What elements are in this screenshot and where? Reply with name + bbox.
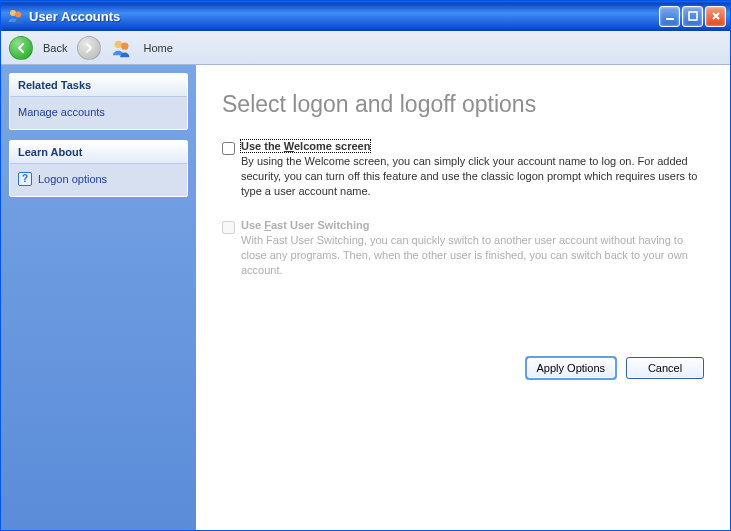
page-title: Select logon and logoff options [222, 91, 704, 118]
window-title: User Accounts [29, 9, 659, 24]
welcome-screen-checkbox[interactable] [222, 142, 235, 155]
sidebar: Related Tasks Manage accounts Learn Abou… [1, 65, 196, 530]
svg-point-0 [10, 10, 16, 16]
users-icon [7, 7, 25, 25]
toolbar: Back Home [1, 31, 730, 65]
svg-rect-3 [689, 12, 697, 20]
forward-button [77, 36, 101, 60]
option-fast-user-switching: Use Fast User Switching With Fast User S… [222, 219, 704, 278]
related-tasks-header: Related Tasks [10, 74, 187, 97]
close-button[interactable] [705, 6, 726, 27]
back-label: Back [43, 42, 67, 54]
learn-about-header: Learn About [10, 141, 187, 164]
apply-options-button[interactable]: Apply Options [526, 357, 616, 379]
content: Select logon and logoff options Use the … [196, 65, 730, 530]
cancel-button[interactable]: Cancel [626, 357, 704, 379]
svg-point-4 [115, 40, 122, 47]
titlebar: User Accounts [1, 1, 730, 31]
home-label[interactable]: Home [143, 42, 172, 54]
welcome-screen-title[interactable]: Use the Welcome screen [241, 140, 370, 152]
svg-rect-2 [666, 18, 674, 20]
logon-options-label: Logon options [38, 170, 107, 188]
home-users-icon[interactable] [111, 37, 133, 59]
svg-point-1 [15, 12, 21, 18]
svg-point-5 [122, 42, 129, 49]
fast-user-switching-title: Use Fast User Switching [241, 219, 369, 231]
welcome-screen-desc: By using the Welcome screen, you can sim… [241, 154, 704, 199]
link-manage-accounts[interactable]: Manage accounts [18, 103, 179, 121]
help-icon: ? [18, 172, 32, 186]
fast-user-switching-desc: With Fast User Switching, you can quickl… [241, 233, 704, 278]
button-row: Apply Options Cancel [526, 357, 704, 379]
window: User Accounts Back Home Rel [0, 0, 731, 531]
option-welcome-screen: Use the Welcome screen By using the Welc… [222, 140, 704, 199]
minimize-button[interactable] [659, 6, 680, 27]
body: Related Tasks Manage accounts Learn Abou… [1, 65, 730, 530]
back-button[interactable] [9, 36, 33, 60]
maximize-button[interactable] [682, 6, 703, 27]
panel-learn-about: Learn About ? Logon options [9, 140, 188, 197]
panel-related-tasks: Related Tasks Manage accounts [9, 73, 188, 130]
fast-user-switching-checkbox [222, 221, 235, 234]
link-logon-options[interactable]: ? Logon options [18, 170, 179, 188]
